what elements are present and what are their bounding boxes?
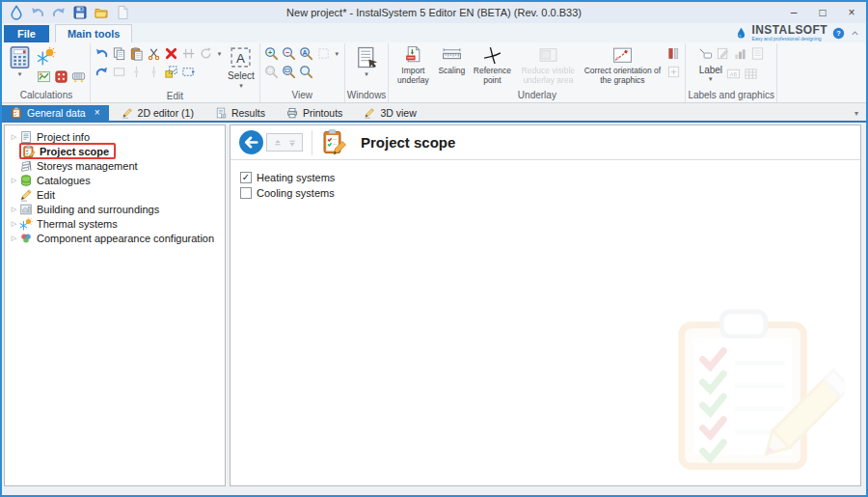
- heat-cool-icon[interactable]: [36, 45, 57, 67]
- project-scope-icon: [321, 128, 347, 156]
- window-title: New project* - InstalSystem 5 Editor EN …: [286, 7, 582, 18]
- back-button[interactable]: [238, 129, 264, 155]
- undo-icon[interactable]: [94, 45, 110, 62]
- open-folder-icon[interactable]: [94, 5, 109, 20]
- doc-tab-label: General data: [27, 107, 86, 119]
- tree-item-building-and-surroundings[interactable]: ▷Building and surroundings: [5, 202, 225, 216]
- doc-tab-label: 2D editor (1): [138, 107, 194, 119]
- undo-icon[interactable]: [30, 5, 45, 20]
- doc-tab-label: Results: [231, 107, 265, 119]
- caret-down-icon: ▾: [363, 70, 371, 78]
- checkbox-unchecked[interactable]: [240, 187, 252, 199]
- select-a-icon: A: [229, 45, 253, 69]
- list-small-icon: [749, 45, 766, 62]
- scale2-icon[interactable]: [163, 64, 179, 80]
- tree-item-label: Storeys management: [37, 160, 138, 172]
- zoom-in-icon[interactable]: +: [263, 45, 280, 62]
- svg-text:−: −: [285, 49, 289, 56]
- tree-item-project-scope[interactable]: Project scope: [5, 144, 225, 158]
- expander-icon[interactable]: ▷: [9, 177, 19, 184]
- cut-icon[interactable]: [146, 45, 162, 62]
- tab-file[interactable]: File: [4, 25, 49, 42]
- ribbon-group-label: Calculations: [5, 90, 88, 102]
- svg-text:?: ?: [836, 29, 841, 38]
- clipboard-watermark-icon: [652, 304, 845, 485]
- reference-point-button[interactable]: Reference point: [468, 44, 516, 87]
- scaling-button[interactable]: Scaling: [435, 44, 468, 77]
- expander-icon[interactable]: ▷: [9, 235, 19, 242]
- checkbox-checked[interactable]: ✓: [240, 172, 252, 183]
- nav-down-icon[interactable]: [286, 137, 298, 149]
- chart-pic-icon[interactable]: [36, 69, 52, 85]
- redo-icon[interactable]: [51, 5, 67, 20]
- zoom-prev-icon[interactable]: [298, 64, 314, 80]
- tree-item-storeys-management[interactable]: Storeys management: [5, 158, 225, 173]
- selected-item-highlight: Project scope: [19, 143, 116, 159]
- icon-grid: ▾: [93, 44, 225, 81]
- tree-item-catalogues[interactable]: ▷Catalogues: [5, 173, 225, 187]
- copy-icon[interactable]: [111, 45, 127, 62]
- pencil-icon: [122, 107, 133, 119]
- collapse-ribbon-icon[interactable]: [850, 28, 860, 39]
- instalsoft-drop-icon: [735, 26, 747, 41]
- zoom-out-icon[interactable]: −: [281, 45, 297, 62]
- svg-text:+: +: [268, 49, 272, 56]
- ribbon-group-calculations: ▾Calculations: [3, 43, 91, 102]
- rect-icon: [111, 64, 127, 80]
- tree-item-edit[interactable]: Edit: [5, 187, 225, 202]
- project-scope-icon: [22, 145, 36, 158]
- label-callout-icon[interactable]: [697, 45, 714, 62]
- help-icon[interactable]: ?: [832, 27, 845, 40]
- minimize-button[interactable]: –: [779, 2, 808, 23]
- heating-systems-checkbox[interactable]: ✓Heating systems: [240, 170, 860, 184]
- building-icon: [19, 203, 33, 216]
- doc-tab-3d-view[interactable]: 3D view: [355, 105, 424, 121]
- tab-overflow-icon[interactable]: ▾: [847, 109, 866, 118]
- expander-icon[interactable]: ▷: [9, 206, 19, 213]
- select-button[interactable]: ASelect▾: [225, 44, 258, 91]
- close-tab-icon[interactable]: ×: [95, 108, 100, 118]
- radiator-icon[interactable]: [70, 69, 87, 85]
- maximize-button[interactable]: □: [808, 2, 837, 23]
- svg-text:A: A: [302, 49, 307, 56]
- checkbox-label: Heating systems: [257, 172, 335, 183]
- close-button[interactable]: ×: [837, 2, 866, 23]
- tree-item-thermal-systems[interactable]: ▷Thermal systems: [5, 216, 225, 231]
- ribbon-group-label: View: [262, 90, 342, 102]
- doc-tab-general-data[interactable]: General data×: [2, 105, 109, 121]
- button-label: Reduce visible underlay area: [517, 67, 579, 86]
- dice-icon[interactable]: [53, 69, 69, 85]
- ribbon-group-edit: ▾ASelect▾Edit: [91, 43, 260, 102]
- tab-main-tools[interactable]: Main tools: [55, 24, 132, 42]
- app-logo-icon[interactable]: [9, 5, 24, 20]
- zoom-a-icon[interactable]: A: [298, 45, 314, 62]
- expander-icon[interactable]: ▷: [9, 220, 19, 228]
- zoom-win-icon[interactable]: [281, 64, 297, 80]
- paste-icon[interactable]: [128, 45, 145, 62]
- calculator-button[interactable]: ▾: [5, 44, 35, 79]
- delete-icon[interactable]: [163, 45, 179, 62]
- redo-icon[interactable]: [94, 64, 110, 80]
- expander-icon[interactable]: ▷: [9, 133, 19, 141]
- import-underlay-button[interactable]: Import underlay: [391, 44, 435, 87]
- tree-item-project-info[interactable]: ▷Project info: [5, 129, 225, 144]
- label-button[interactable]: Label▾: [697, 64, 724, 84]
- colbars-icon[interactable]: [665, 45, 682, 62]
- doc-tab-printouts[interactable]: Printouts: [278, 105, 351, 121]
- windows-button[interactable]: ▾: [352, 44, 382, 79]
- cooling-systems-checkbox[interactable]: Cooling systems: [240, 185, 860, 200]
- plusbox-icon: [665, 64, 682, 80]
- header-separator: [312, 130, 312, 155]
- save-icon[interactable]: [72, 5, 88, 20]
- doc-tab-2d-editor-1[interactable]: 2D editor (1): [113, 105, 203, 121]
- nav-up-icon[interactable]: [272, 137, 284, 149]
- stretch-icon[interactable]: [180, 64, 197, 80]
- tree-item-component-appearance-configuration[interactable]: ▷Component appearance configuration: [5, 231, 225, 245]
- pencil-icon: [19, 188, 33, 202]
- note-icon: [715, 45, 731, 62]
- new-doc-icon[interactable]: [115, 5, 130, 20]
- doc-tab-results[interactable]: Results: [206, 105, 274, 121]
- tree-item-label: Edit: [37, 189, 55, 201]
- project-tree-panel: ▷Project infoProject scopeStoreys manage…: [4, 124, 226, 486]
- correct-orientation-of-the-graphics-button[interactable]: Correct orientation of the graphics: [580, 44, 665, 87]
